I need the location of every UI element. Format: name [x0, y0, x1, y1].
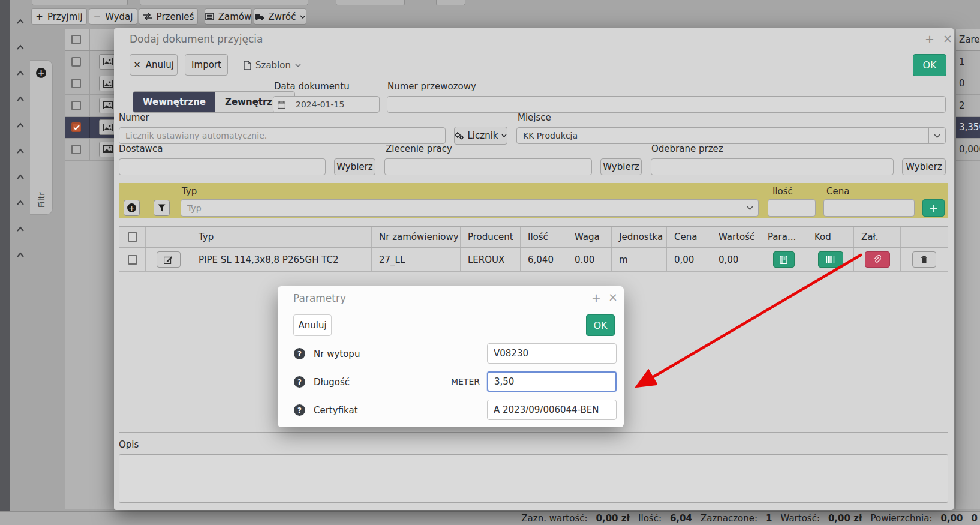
chevron-up-icon[interactable]: [12, 118, 29, 131]
table-row[interactable]: [65, 51, 118, 73]
column-header[interactable]: Cena: [667, 227, 711, 247]
row-checkbox[interactable]: [71, 35, 81, 44]
row-checkbox[interactable]: [71, 79, 81, 88]
column-header[interactable]: Kod: [807, 227, 854, 247]
counter-button[interactable]: Licznik: [454, 127, 507, 145]
expand-icon[interactable]: +: [591, 292, 601, 304]
expand-icon[interactable]: +: [925, 34, 934, 45]
certificate-input[interactable]: [487, 400, 617, 420]
number-label: Numer: [119, 112, 149, 123]
help-icon[interactable]: ?: [294, 404, 305, 416]
column-header[interactable]: Nr zamówieniowy: [372, 227, 461, 247]
ok-button[interactable]: OK: [913, 54, 946, 76]
app-screen: + Filtr +Przyjmij −Wydaj Przenieś Zamów …: [0, 0, 980, 525]
parameters-modal: Parametry + × Anuluj OK ? Nr wytopu ? Dł…: [278, 286, 624, 427]
status-value: 0: [972, 513, 978, 524]
item-row: PIPE SL 114,3x8,8 P265GH TC2 27_LL LEROU…: [119, 248, 948, 272]
chevron-up-icon[interactable]: [12, 14, 29, 28]
close-icon[interactable]: ×: [943, 33, 952, 44]
cancel-button[interactable]: ✕ Anuluj: [130, 54, 178, 76]
status-value: 0,00 zł: [596, 513, 630, 524]
band-price-input[interactable]: [823, 199, 915, 217]
heat-number-input[interactable]: [487, 343, 617, 364]
column-header[interactable]: Typ: [191, 227, 372, 247]
template-button[interactable]: Szablon: [244, 59, 301, 72]
receive-button[interactable]: +Przyjmij: [31, 8, 87, 25]
chevron-up-icon[interactable]: [12, 196, 29, 209]
item-producer: LEROUX: [461, 248, 521, 271]
close-icon[interactable]: ×: [608, 292, 618, 303]
return-button[interactable]: Zwróć: [254, 8, 306, 25]
help-icon[interactable]: ?: [294, 348, 305, 359]
chevron-down-icon: [300, 15, 306, 19]
row-checkbox[interactable]: [71, 101, 81, 110]
issue-button[interactable]: −Wydaj: [89, 8, 137, 25]
filter-side-tab[interactable]: + Filtr: [30, 60, 53, 215]
chevron-up-icon[interactable]: [12, 66, 29, 79]
table-row[interactable]: [65, 139, 118, 161]
chevron-up-icon[interactable]: [12, 144, 29, 157]
move-button[interactable]: Przenieś: [139, 8, 198, 25]
work-order-choose-button[interactable]: Wybierz: [600, 158, 642, 175]
length-input[interactable]: 3,50: [487, 371, 617, 392]
background-filter-input: [336, 0, 405, 5]
row-checkbox[interactable]: [71, 57, 81, 67]
barcode-button[interactable]: [818, 251, 843, 268]
params-cancel-button[interactable]: Anuluj: [293, 314, 332, 336]
received-by-choose-button[interactable]: Wybierz: [902, 158, 946, 175]
filter-tab-label: Filtr: [37, 194, 46, 208]
received-by-input[interactable]: [651, 158, 894, 175]
add-position-button[interactable]: +: [124, 200, 140, 216]
number-input[interactable]: [119, 127, 446, 144]
band-type-input[interactable]: Typ: [181, 199, 759, 217]
import-button[interactable]: Import: [185, 54, 228, 76]
band-add-button[interactable]: +: [922, 199, 945, 217]
column-header[interactable]: Ilość: [521, 227, 567, 247]
table-row[interactable]: [65, 95, 118, 117]
column-header[interactable]: Zał.: [854, 227, 901, 247]
status-label: Powierzchnia:: [870, 513, 932, 524]
order-button[interactable]: Zamów: [205, 8, 252, 25]
column-header[interactable]: Para...: [760, 227, 807, 247]
delete-row-button[interactable]: [912, 251, 936, 268]
row-checkbox[interactable]: [71, 145, 81, 154]
column-header[interactable]: Wartość: [711, 227, 760, 247]
order-list-icon: [205, 13, 214, 20]
book-icon: [780, 256, 787, 264]
row-checkbox[interactable]: [128, 255, 137, 265]
row-checkbox-checked[interactable]: [71, 122, 81, 132]
chevron-up-icon[interactable]: [12, 170, 29, 183]
chevron-up-icon[interactable]: [12, 40, 29, 53]
work-order-input[interactable]: [384, 158, 592, 175]
supplier-choose-button[interactable]: Wybierz: [334, 158, 375, 175]
parameters-button[interactable]: [773, 251, 795, 268]
description-textarea[interactable]: [119, 454, 948, 503]
column-header[interactable]: Waga: [567, 227, 612, 247]
supplier-input[interactable]: [119, 158, 326, 175]
column-header[interactable]: Producent: [461, 227, 521, 247]
params-ok-button[interactable]: OK: [586, 314, 615, 336]
help-icon[interactable]: ?: [294, 376, 305, 388]
edit-row-button[interactable]: [157, 251, 181, 268]
shipping-number-input[interactable]: [387, 96, 946, 113]
column-header[interactable]: Jednostka: [612, 227, 667, 247]
band-price-label: Cena: [826, 186, 849, 197]
band-qty-input[interactable]: [768, 199, 816, 217]
table-row-selected[interactable]: [65, 117, 118, 139]
add-item-band: + Typ Typ Ilość Cena +: [119, 183, 948, 218]
date-input[interactable]: 2024-01-15: [273, 96, 380, 113]
tab-internal[interactable]: Wewnętrzne: [133, 92, 215, 112]
filter-type-button[interactable]: [154, 200, 170, 216]
background-filter-input: [140, 0, 308, 5]
chevron-up-icon[interactable]: [12, 248, 29, 261]
chevron-up-icon[interactable]: [12, 92, 29, 105]
select-all-checkbox[interactable]: [128, 232, 137, 242]
place-select[interactable]: KK Produkcja: [516, 127, 946, 144]
table-row[interactable]: [65, 73, 118, 95]
chevron-up-icon[interactable]: [12, 222, 29, 235]
add-circle-icon: +: [36, 68, 46, 78]
cross-icon: ✕: [133, 59, 141, 70]
funnel-icon: [158, 204, 166, 212]
table-row: [65, 29, 118, 51]
attachment-button[interactable]: [865, 251, 890, 268]
